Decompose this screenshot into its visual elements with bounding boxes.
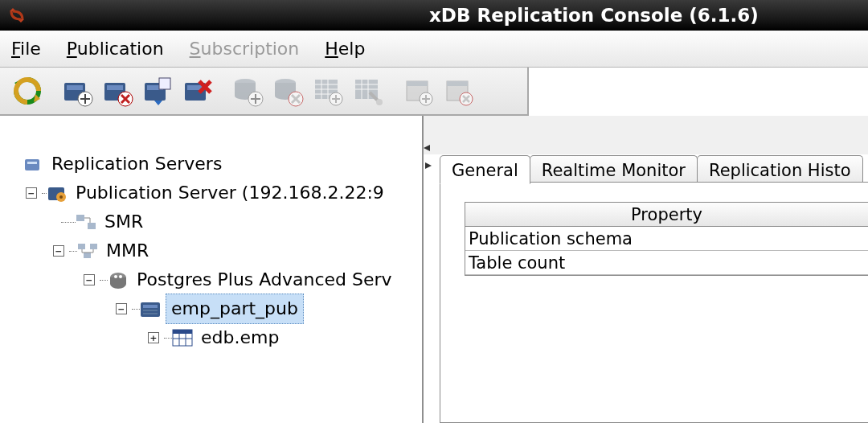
- menu-bar: File Publication Subscription Help: [0, 31, 868, 68]
- svg-rect-26: [27, 162, 37, 164]
- app-icon: [6, 5, 27, 26]
- svg-rect-8: [159, 78, 170, 89]
- postgres-icon: [108, 269, 129, 290]
- svg-rect-4: [107, 85, 123, 90]
- svg-rect-43: [173, 330, 192, 334]
- property-table: Property Publication schema Table count: [465, 202, 868, 276]
- add-db-button[interactable]: [228, 72, 267, 110]
- svg-point-37: [119, 275, 122, 278]
- table-icon: [172, 327, 193, 348]
- tree-label: MMR: [103, 236, 152, 265]
- tab-content-general: Property Publication schema Table count: [440, 182, 868, 423]
- svg-rect-31: [88, 223, 96, 229]
- tree-node-smr[interactable]: SMR: [61, 207, 395, 236]
- svg-rect-41: [143, 313, 158, 314]
- tree-label: Publication Server (192.168.2.22:9: [72, 179, 387, 207]
- svg-rect-33: [90, 244, 97, 249]
- delete-server-button[interactable]: [178, 72, 217, 110]
- publication-icon: [140, 298, 161, 319]
- tab-bar: General Realtime Monitor Replication His…: [440, 151, 868, 183]
- svg-rect-30: [76, 215, 84, 221]
- refresh-button[interactable]: [8, 72, 47, 110]
- remove-db-button[interactable]: [268, 72, 307, 110]
- tree-label-selected: emp_part_pub: [166, 294, 304, 324]
- smr-icon: [76, 212, 96, 232]
- svg-rect-34: [84, 253, 91, 258]
- publication-server-icon: [47, 183, 68, 203]
- svg-point-29: [59, 195, 63, 199]
- tree-label: SMR: [101, 207, 146, 236]
- collapse-toggle[interactable]: −: [53, 245, 64, 257]
- expand-toggle[interactable]: +: [148, 332, 159, 343]
- window-title: xDB Replication Console (6.1.6): [429, 5, 759, 26]
- tree-label: edb.emp: [198, 323, 282, 352]
- tree-pane: Replication Servers − Publication Server…: [0, 116, 424, 423]
- svg-rect-23: [447, 81, 468, 86]
- collapse-toggle[interactable]: −: [116, 303, 127, 314]
- tree-node-root[interactable]: Replication Servers: [23, 150, 395, 179]
- add-server-button[interactable]: [58, 72, 96, 110]
- tree-node-publication[interactable]: − emp_part_pub: [116, 294, 395, 323]
- property-row[interactable]: Table count: [465, 251, 868, 275]
- svg-rect-32: [78, 244, 85, 249]
- tree-node-database[interactable]: − Postgres Plus Advanced Serv: [84, 265, 395, 294]
- property-row[interactable]: Publication schema: [465, 227, 868, 251]
- tab-replication-history[interactable]: Replication Histo: [697, 155, 863, 183]
- toolbar: [0, 68, 529, 116]
- tree-node-mmr[interactable]: − MMR: [53, 236, 395, 265]
- mmr-icon: [77, 240, 98, 261]
- svg-rect-39: [143, 305, 158, 308]
- title-bar: xDB Replication Console (6.1.6): [0, 0, 868, 31]
- menu-help[interactable]: Help: [325, 39, 365, 59]
- property-column-header[interactable]: Property: [465, 203, 868, 227]
- svg-rect-20: [407, 81, 428, 86]
- tree-label: Replication Servers: [48, 150, 225, 179]
- svg-rect-1: [67, 85, 83, 90]
- publication-grid-link-button[interactable]: [349, 72, 387, 110]
- publication-grid-add-button[interactable]: [309, 72, 347, 110]
- menu-publication[interactable]: Publication: [67, 39, 164, 59]
- svg-point-36: [114, 275, 117, 278]
- menu-file[interactable]: File: [11, 39, 41, 59]
- tab-general[interactable]: General: [440, 155, 530, 184]
- import-server-button[interactable]: [138, 72, 177, 110]
- svg-rect-25: [25, 159, 39, 170]
- schedule-add-button[interactable]: [399, 72, 437, 110]
- svg-rect-40: [143, 310, 158, 311]
- svg-point-18: [376, 99, 383, 105]
- tree-node-table[interactable]: + edb.emp: [148, 323, 395, 352]
- menu-subscription: Subscription: [190, 39, 300, 59]
- tree-label: Postgres Plus Advanced Serv: [133, 265, 395, 294]
- collapse-toggle[interactable]: −: [26, 187, 37, 199]
- details-pane: General Realtime Monitor Replication His…: [424, 116, 868, 423]
- remove-server-button[interactable]: [98, 72, 137, 110]
- tab-realtime-monitor[interactable]: Realtime Monitor: [530, 155, 698, 183]
- collapse-toggle[interactable]: −: [84, 274, 95, 285]
- pane-collapse-arrows[interactable]: [424, 145, 433, 169]
- schedule-remove-button[interactable]: [439, 72, 477, 110]
- tree-node-pub-server[interactable]: − Publication Server (192.168.2.22:9: [26, 179, 395, 207]
- servers-icon: [23, 154, 43, 175]
